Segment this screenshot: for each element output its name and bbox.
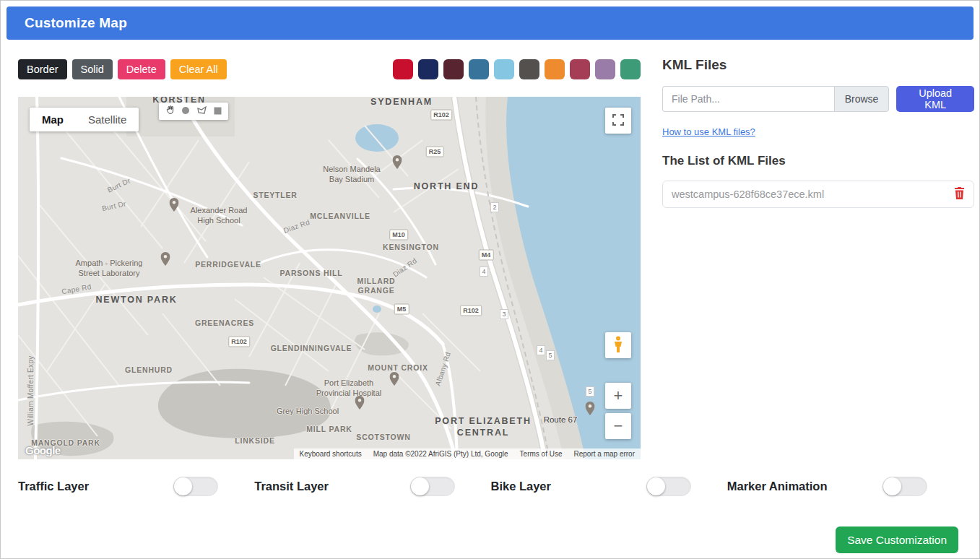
color-swatch[interactable] [393, 59, 413, 79]
kml-panel: KML Files Browse Upload KML How to use K… [662, 57, 974, 208]
map-type-map[interactable]: Map [30, 108, 76, 131]
color-swatch[interactable] [519, 59, 539, 79]
color-swatch[interactable] [595, 59, 615, 79]
color-swatch[interactable] [545, 59, 565, 79]
file-path-input[interactable] [662, 86, 834, 112]
style-buttons: BorderSolidDeleteClear All [18, 59, 227, 79]
map-type-satellite[interactable]: Satellite [76, 108, 139, 131]
map-data-credit: Map data ©2022 AfriGIS (Pty) Ltd, Google [373, 450, 508, 458]
upload-kml-button[interactable]: Upload KML [896, 86, 974, 112]
toggle-knob [411, 477, 429, 495]
color-swatch[interactable] [570, 59, 590, 79]
border-button[interactable]: Border [18, 59, 67, 79]
zoom-in-button[interactable]: + [605, 383, 631, 409]
traffic-layer-toggle[interactable] [173, 477, 218, 496]
transit-layer-toggle[interactable] [410, 477, 455, 496]
bike-layer-toggle[interactable] [646, 477, 691, 496]
pegman-icon [613, 336, 623, 355]
draw-polygon-tool[interactable] [194, 103, 209, 119]
browse-button[interactable]: Browse [834, 86, 890, 112]
kml-upload-row: Browse Upload KML [662, 86, 974, 112]
kml-title: KML Files [662, 57, 974, 73]
transit-layer-label: Transit Layer [254, 480, 329, 493]
map-background [18, 97, 641, 459]
page-header: Customize Map [6, 6, 974, 40]
save-customization-button[interactable]: Save Customization [836, 526, 958, 553]
google-logo: Google [25, 444, 61, 456]
layer-toggles: Traffic LayerTransit LayerBike LayerMark… [18, 472, 963, 500]
kml-file-name: westcampus-628f68ce37ece.kml [672, 188, 824, 200]
drawing-toolbar [159, 103, 228, 120]
delete-kml-file-button[interactable] [954, 187, 965, 202]
marker-animation-group: Marker Animation [727, 472, 963, 500]
pan-hand-tool[interactable] [162, 103, 178, 119]
marker-animation-toggle[interactable] [883, 477, 927, 496]
hand-icon [165, 105, 175, 118]
toggle-knob [647, 477, 665, 495]
delete-button[interactable]: Delete [118, 59, 165, 79]
customize-map-page: Customize Map BorderSolidDeleteClear All… [0, 0, 980, 559]
report-map-error-link[interactable]: Report a map error [574, 450, 635, 458]
map-type-control: Map Satellite [30, 108, 139, 131]
color-swatch[interactable] [443, 59, 464, 79]
transit-layer-group: Transit Layer [254, 472, 490, 500]
map-toolbar: BorderSolidDeleteClear All [18, 58, 641, 80]
draw-rectangle-tool[interactable] [209, 103, 225, 119]
color-swatch[interactable] [469, 59, 489, 79]
fullscreen-icon [612, 114, 624, 128]
toggle-knob [174, 477, 192, 495]
toggle-knob [883, 477, 901, 495]
map-canvas[interactable]: KORSTENSYDENHAMNORTH ENDNEWTON PARKPORT … [18, 97, 641, 459]
kml-file-row: westcampus-628f68ce37ece.kml [662, 181, 974, 208]
kml-list-title: The List of KML Files [662, 154, 974, 168]
bike-layer-group: Bike Layer [491, 472, 727, 500]
rectangle-icon [214, 105, 222, 118]
clear-all-button[interactable]: Clear All [170, 59, 227, 79]
solid-button[interactable]: Solid [72, 59, 113, 79]
terms-of-use-link[interactable]: Terms of Use [520, 450, 563, 458]
zoom-out-button[interactable]: − [605, 413, 631, 439]
traffic-layer-label: Traffic Layer [18, 480, 89, 493]
kml-help-link[interactable]: How to use KML files? [662, 126, 755, 137]
circle-icon [181, 105, 190, 118]
bike-layer-label: Bike Layer [491, 480, 551, 493]
color-swatches [393, 59, 641, 79]
trash-icon [954, 187, 965, 202]
traffic-layer-group: Traffic Layer [18, 472, 254, 500]
map-attribution: Keyboard shortcuts Map data ©2022 AfriGI… [294, 448, 641, 459]
fullscreen-button[interactable] [605, 108, 631, 134]
page-title: Customize Map [25, 15, 127, 31]
draw-circle-tool[interactable] [178, 103, 194, 119]
marker-animation-label: Marker Animation [727, 480, 828, 493]
color-swatch[interactable] [620, 59, 641, 79]
street-view-pegman-button[interactable] [605, 332, 631, 358]
polygon-icon [197, 105, 207, 118]
color-swatch[interactable] [494, 59, 514, 79]
keyboard-shortcuts-link[interactable]: Keyboard shortcuts [300, 450, 362, 458]
color-swatch[interactable] [418, 59, 438, 79]
